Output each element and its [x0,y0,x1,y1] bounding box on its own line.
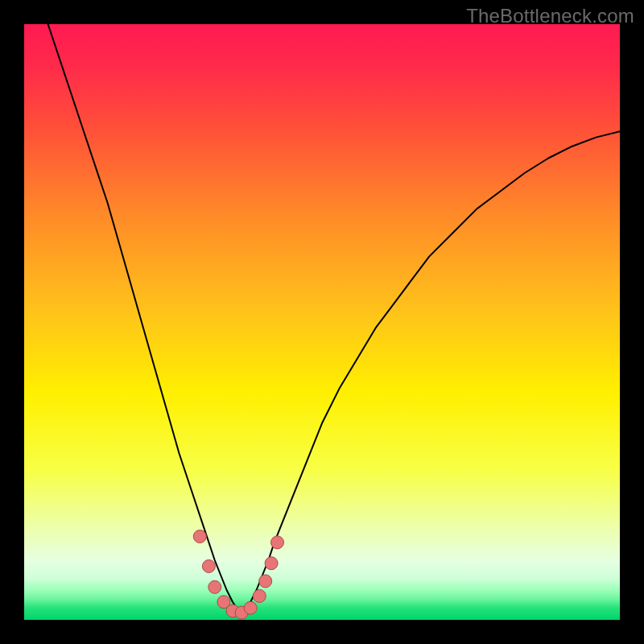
marker-dot [259,575,272,588]
plot-area [24,24,620,620]
watermark-text: TheBottleneck.com [466,5,634,27]
chart-svg [24,24,620,620]
marker-dot [244,601,257,614]
marker-dot [265,557,278,570]
marker-dot [193,530,206,543]
marker-dot [202,559,215,572]
marker-dot [271,536,284,549]
marker-dot [253,589,266,602]
gradient-background [24,24,620,620]
marker-dot [208,580,221,593]
chart-frame: TheBottleneck.com [0,0,644,644]
